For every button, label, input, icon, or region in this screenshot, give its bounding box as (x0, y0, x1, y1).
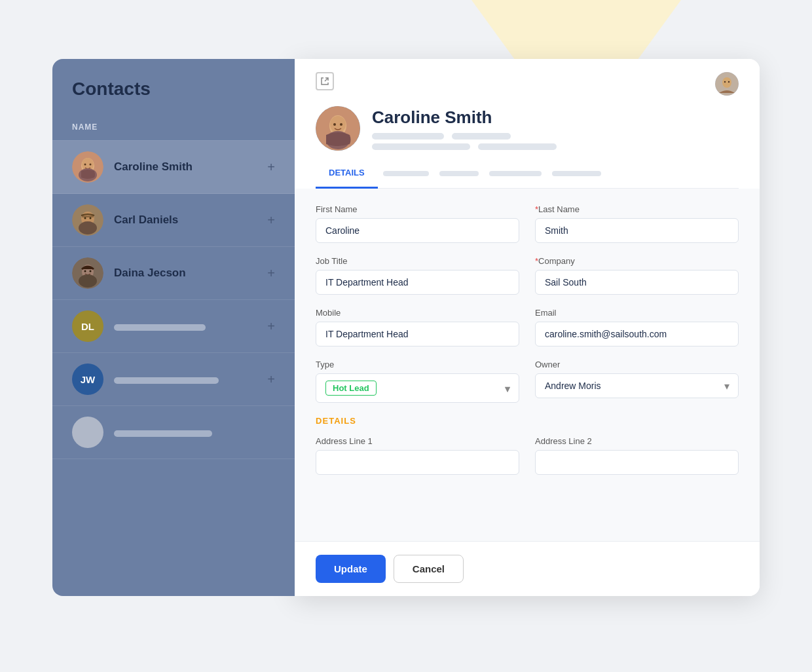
owner-label: Owner (535, 360, 739, 369)
type-owner-row: Type Hot Lead ▾ Owner Andrew Moris (316, 360, 739, 403)
contact-meta-lines (372, 133, 557, 150)
email-input[interactable] (535, 322, 739, 346)
contact-add-jw[interactable]: + (267, 372, 275, 387)
contact-full-name: Caroline Smith (372, 107, 557, 128)
contact-add-dl[interactable]: + (267, 319, 275, 334)
company-input[interactable] (535, 270, 739, 295)
meta-line-1 (372, 133, 444, 140)
mobile-input[interactable] (316, 322, 519, 346)
svg-point-4 (90, 164, 92, 166)
tab-placeholder-2 (383, 171, 429, 176)
type-select-display[interactable]: Hot Lead (316, 373, 519, 403)
sidebar-title: Contacts (52, 59, 295, 113)
contact-name-daina: Daina Jecson (114, 267, 186, 280)
placeholder-jw-name (114, 377, 219, 384)
avatar-extra (72, 417, 103, 448)
address1-group: Address Line 1 (316, 436, 519, 475)
avatar-jw: JW (72, 364, 103, 395)
svg-point-15 (84, 271, 86, 272)
address1-input[interactable] (316, 450, 519, 475)
meta-line-4 (478, 143, 557, 150)
main-layout: Contacts NAME (52, 59, 760, 596)
company-label: *Company (535, 256, 739, 266)
contact-add-daina[interactable]: + (267, 266, 275, 281)
tab-placeholder-4 (489, 171, 542, 176)
contacts-sidebar: Contacts NAME (52, 59, 295, 596)
external-link-icon (320, 77, 329, 86)
avatar-carl (72, 204, 103, 236)
email-group: Email (535, 308, 739, 346)
user-avatar[interactable] (715, 72, 739, 96)
placeholder-extra-name (114, 430, 212, 437)
contact-item-caroline[interactable]: Caroline Smith + (52, 141, 295, 194)
mobile-label: Mobile (316, 308, 519, 318)
update-button[interactable]: Update (316, 555, 386, 583)
owner-select[interactable]: Andrew Moris (535, 373, 739, 398)
first-name-label: First Name (316, 204, 519, 214)
last-name-group: *Last Name (535, 204, 739, 243)
detail-panel: Caroline Smith DETAILS (295, 59, 760, 596)
type-select-wrapper: Hot Lead ▾ (316, 373, 519, 403)
type-label: Type (316, 360, 519, 369)
email-label: Email (535, 308, 739, 318)
job-title-group: Job Title (316, 256, 519, 295)
panel-body: First Name *Last Name Job Title (295, 189, 760, 541)
external-link-button[interactable] (316, 72, 334, 90)
contact-item-jw[interactable]: JW + (52, 353, 295, 406)
address-row: Address Line 1 Address Line 2 (316, 436, 739, 475)
svg-point-27 (340, 123, 342, 126)
column-name-header: NAME (72, 122, 98, 132)
svg-point-26 (333, 123, 336, 126)
job-title-label: Job Title (316, 256, 519, 266)
avatar-caroline (72, 151, 103, 183)
job-title-input[interactable] (316, 270, 519, 295)
caroline-main-avatar-svg (316, 106, 360, 151)
panel-footer: Update Cancel (295, 541, 760, 596)
contact-header: Caroline Smith (316, 106, 739, 151)
type-group: Type Hot Lead ▾ (316, 360, 519, 403)
first-name-input[interactable] (316, 218, 519, 243)
contact-add-carl[interactable]: + (267, 213, 275, 228)
contact-item-daina[interactable]: Daina Jecson + (52, 247, 295, 300)
svg-point-22 (728, 81, 729, 83)
carl-face-svg (72, 204, 103, 236)
sidebar-header: NAME (52, 113, 295, 141)
first-name-group: First Name (316, 204, 519, 243)
name-row: First Name *Last Name (316, 204, 739, 243)
svg-point-3 (84, 164, 86, 166)
user-avatar-svg (715, 72, 739, 96)
contact-item-carl[interactable]: Carl Daniels + (52, 194, 295, 247)
caroline-face-svg (72, 151, 103, 183)
contact-info: Caroline Smith (372, 107, 557, 150)
meta-line-2 (452, 133, 511, 140)
job-company-row: Job Title *Company (316, 256, 739, 295)
avatar-daina (72, 257, 103, 289)
svg-point-17 (79, 274, 97, 288)
avatar-dl: DL (72, 310, 103, 342)
tab-placeholder-5 (552, 171, 601, 176)
address1-label: Address Line 1 (316, 436, 519, 446)
contact-item-dl[interactable]: DL + (52, 300, 295, 353)
contact-add-caroline[interactable]: + (267, 160, 275, 175)
svg-rect-10 (82, 215, 94, 217)
placeholder-dl-name (114, 324, 206, 331)
svg-point-16 (90, 271, 92, 272)
cancel-button[interactable]: Cancel (394, 555, 464, 583)
address2-input[interactable] (535, 450, 739, 475)
panel-header: Caroline Smith DETAILS (295, 59, 760, 189)
svg-point-12 (79, 221, 97, 234)
tab-details[interactable]: DETAILS (316, 159, 378, 189)
details-section-label: DETAILS (316, 416, 739, 426)
contact-item-extra[interactable] (52, 406, 295, 459)
svg-point-21 (724, 81, 726, 83)
contact-list: Caroline Smith + C (52, 141, 295, 459)
svg-point-20 (722, 77, 731, 88)
company-group: *Company (535, 256, 739, 295)
panel-top-bar (316, 72, 739, 96)
last-name-label: *Last Name (535, 204, 739, 214)
owner-select-wrapper: Andrew Moris (535, 373, 739, 398)
mobile-group: Mobile (316, 308, 519, 346)
contact-name-carl: Carl Daniels (114, 214, 178, 227)
meta-line-3 (372, 143, 470, 150)
last-name-input[interactable] (535, 218, 739, 243)
